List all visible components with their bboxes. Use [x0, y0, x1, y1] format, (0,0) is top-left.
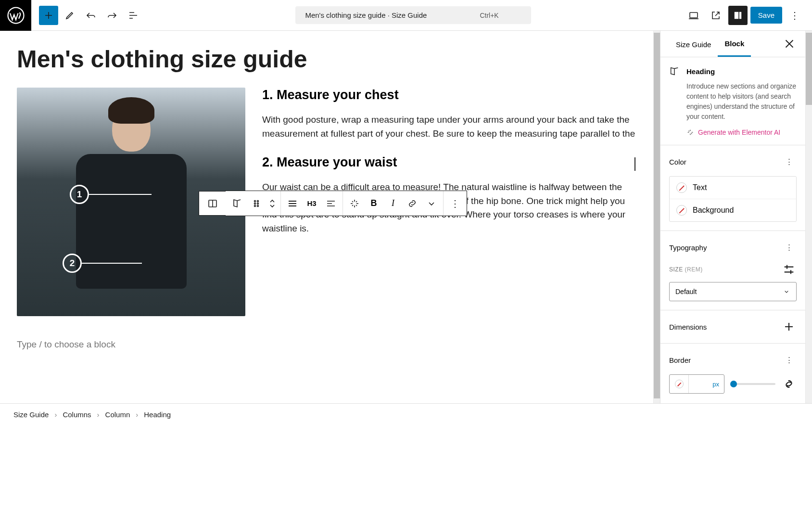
align-button[interactable] [283, 194, 302, 213]
breadcrumb-item[interactable]: Size Guide [13, 410, 49, 419]
add-block-button[interactable] [39, 6, 58, 25]
page-title[interactable]: Men's clothing size guide [17, 45, 636, 73]
close-sidebar-button[interactable] [782, 37, 797, 51]
editor-scrollbar[interactable] [653, 31, 660, 403]
svg-point-9 [257, 205, 259, 206]
parent-column-button[interactable] [203, 194, 222, 213]
settings-sidebar: Size Guide Block Heading Introduce new s… [660, 31, 805, 403]
bold-button[interactable]: B [364, 194, 383, 213]
italic-button[interactable]: I [383, 194, 403, 213]
document-overview-button[interactable] [124, 6, 143, 25]
editor-canvas[interactable]: Men's clothing size guide 1 2 1. Measure… [0, 31, 653, 403]
undo-button[interactable] [81, 6, 101, 25]
block-breadcrumb: Size Guide› Columns› Column› Heading [0, 403, 812, 425]
image-callout-2: 2 [63, 254, 142, 273]
more-options-button[interactable] [785, 6, 804, 25]
more-formatting-button[interactable] [422, 194, 441, 213]
section-1-body[interactable]: With good posture, wrap a measuring tape… [262, 113, 636, 141]
color-panel: Color Text Background [660, 145, 805, 230]
tab-block[interactable]: Block [718, 31, 751, 57]
size-settings-button[interactable] [781, 262, 797, 277]
color-options-button[interactable] [781, 154, 797, 169]
svg-point-7 [257, 203, 259, 204]
move-up-down-button[interactable] [266, 194, 279, 213]
save-button[interactable]: Save [750, 7, 782, 24]
view-page-button[interactable] [706, 6, 725, 25]
border-options-button[interactable] [781, 352, 797, 368]
svg-point-6 [254, 203, 256, 204]
ai-assist-button[interactable] [345, 194, 364, 213]
breadcrumb-item[interactable]: Column [105, 410, 130, 419]
block-more-options[interactable] [445, 194, 465, 213]
svg-rect-1 [690, 13, 698, 18]
document-title-bar[interactable]: Men's clothing size guide · Size Guide C… [295, 6, 531, 24]
settings-panel-toggle[interactable] [728, 6, 748, 25]
top-toolbar: Men's clothing size guide · Size Guide C… [0, 0, 812, 31]
breadcrumb-item[interactable]: Columns [63, 410, 91, 419]
text-color-picker[interactable]: Text [670, 177, 796, 199]
heading-level-button[interactable]: H3 [302, 194, 321, 213]
add-dimension-button[interactable] [781, 319, 797, 334]
heading-block-icon[interactable] [228, 194, 247, 213]
heading-block-icon [669, 66, 680, 77]
edit-tool-button[interactable] [60, 6, 79, 25]
text-align-button[interactable] [321, 194, 341, 213]
dimensions-panel: Dimensions [660, 310, 805, 343]
link-button[interactable] [403, 194, 422, 213]
block-toolbar: H3 B I [225, 191, 467, 216]
shortcut-hint: Ctrl+K [480, 12, 498, 19]
wordpress-logo[interactable] [0, 0, 31, 31]
redo-button[interactable] [102, 6, 122, 25]
svg-point-4 [254, 200, 256, 202]
border-link-sides-button[interactable] [781, 376, 797, 392]
block-type-name: Heading [686, 67, 715, 76]
sidebar-scrollbar[interactable] [805, 31, 812, 403]
typography-options-button[interactable] [781, 240, 797, 255]
block-appender[interactable]: Type / to choose a block [17, 339, 636, 350]
radius-label: RADIUS [669, 402, 797, 403]
breadcrumb-item[interactable]: Heading [144, 410, 171, 419]
tab-document[interactable]: Size Guide [669, 32, 718, 56]
svg-point-5 [257, 200, 259, 202]
block-description: Introduce new sections and organize cont… [686, 81, 797, 122]
document-title-text: Men's clothing size guide · Size Guide [305, 11, 427, 19]
image-callout-1: 1 [70, 185, 152, 204]
background-color-picker[interactable]: Background [670, 199, 796, 221]
elementor-ai-link[interactable]: Generate with Elementor AI [686, 128, 797, 136]
drag-handle[interactable] [247, 194, 266, 213]
svg-rect-2 [734, 12, 742, 19]
border-panel: Border px RADIUS px [660, 343, 805, 403]
section-2-heading[interactable]: 2. Measure your waist [262, 155, 636, 170]
typography-panel: Typography SIZE (REM) Default [660, 230, 805, 310]
font-size-select[interactable]: Default [669, 282, 797, 301]
section-1-heading[interactable]: 1. Measure your chest [262, 88, 636, 102]
svg-point-8 [254, 205, 256, 206]
border-width-input[interactable]: px [669, 374, 724, 394]
border-slider[interactable] [730, 383, 775, 385]
view-desktop-button[interactable] [684, 6, 703, 25]
